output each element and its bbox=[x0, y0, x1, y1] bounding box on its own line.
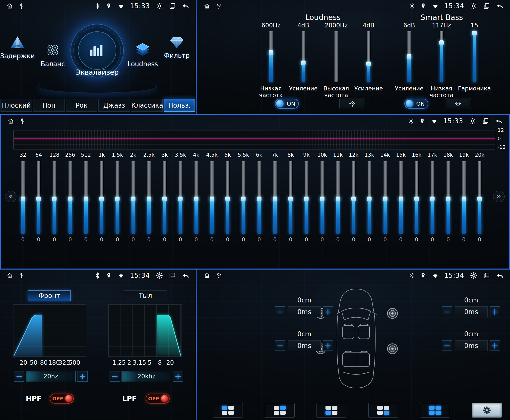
level-slider[interactable] bbox=[334, 31, 338, 82]
scroll-right-button[interactable]: » bbox=[493, 191, 505, 202]
level-slider[interactable] bbox=[368, 161, 371, 234]
tab-front[interactable]: Фронт bbox=[28, 290, 71, 301]
recent-apps-icon[interactable] bbox=[483, 2, 490, 9]
level-slider[interactable] bbox=[100, 161, 103, 234]
slider-thumb[interactable] bbox=[367, 197, 372, 201]
level-slider[interactable] bbox=[273, 161, 277, 234]
slider-thumb[interactable] bbox=[21, 197, 25, 201]
level-slider[interactable] bbox=[336, 161, 340, 234]
slider-thumb[interactable] bbox=[304, 197, 309, 201]
level-slider[interactable] bbox=[194, 161, 198, 234]
delay-minus-front-right-button[interactable]: − bbox=[442, 306, 452, 317]
level-slider[interactable] bbox=[163, 161, 166, 234]
slider-thumb[interactable] bbox=[257, 197, 261, 201]
preset-tab-6[interactable]: Польз. bbox=[164, 99, 195, 112]
level-slider[interactable] bbox=[478, 161, 481, 234]
preset-tab-2[interactable]: Поп bbox=[33, 99, 65, 112]
slider-thumb[interactable] bbox=[301, 61, 306, 65]
home-icon[interactable] bbox=[6, 3, 13, 9]
level-slider[interactable] bbox=[446, 161, 450, 234]
back-icon[interactable] bbox=[182, 272, 189, 279]
brightness-icon[interactable] bbox=[156, 2, 163, 9]
level-slider[interactable] bbox=[116, 161, 119, 234]
menu-item-delays[interactable]: 010 Задержки bbox=[1, 35, 34, 60]
level-slider[interactable] bbox=[21, 161, 25, 234]
hpf-minus-button[interactable]: − bbox=[14, 371, 24, 382]
delay-settings-button[interactable] bbox=[472, 403, 502, 418]
level-slider[interactable] bbox=[226, 161, 229, 234]
slider-thumb[interactable] bbox=[477, 197, 482, 201]
level-slider[interactable] bbox=[131, 161, 135, 234]
slider-thumb[interactable] bbox=[414, 197, 419, 201]
brightness-icon[interactable] bbox=[469, 118, 476, 125]
level-slider[interactable] bbox=[305, 161, 308, 234]
loudness-tune-button[interactable] bbox=[339, 98, 365, 109]
home-icon[interactable] bbox=[204, 3, 210, 9]
level-slider[interactable] bbox=[407, 31, 411, 82]
level-slider[interactable] bbox=[367, 31, 370, 82]
slider-thumb[interactable] bbox=[147, 197, 151, 201]
level-slider[interactable] bbox=[269, 31, 273, 82]
level-slider[interactable] bbox=[302, 31, 305, 82]
back-icon[interactable] bbox=[182, 3, 189, 9]
delay-plus-front-left-button[interactable]: + bbox=[323, 306, 333, 317]
slider-thumb[interactable] bbox=[439, 40, 444, 45]
level-slider[interactable] bbox=[68, 161, 72, 234]
back-icon[interactable] bbox=[496, 3, 504, 9]
level-slider[interactable] bbox=[84, 161, 88, 234]
hpf-plus-button[interactable]: + bbox=[77, 371, 88, 382]
scroll-left-button[interactable]: « bbox=[5, 191, 16, 202]
hpf-cutoff-slider[interactable]: 20hz bbox=[26, 371, 76, 382]
level-slider[interactable] bbox=[473, 31, 476, 82]
slider-thumb[interactable] bbox=[162, 197, 167, 201]
slider-thumb[interactable] bbox=[178, 197, 183, 201]
back-icon[interactable] bbox=[496, 272, 504, 279]
recent-apps-icon[interactable] bbox=[483, 272, 490, 279]
level-slider[interactable] bbox=[415, 161, 418, 234]
slider-thumb[interactable] bbox=[36, 197, 41, 201]
slider-thumb[interactable] bbox=[320, 197, 324, 201]
seat-preset-front-right-button[interactable] bbox=[265, 403, 295, 418]
level-slider[interactable] bbox=[440, 31, 443, 82]
delay-minus-rear-left-button[interactable]: − bbox=[275, 340, 285, 351]
slider-thumb[interactable] bbox=[399, 197, 403, 201]
seat-preset-rear-right-button[interactable] bbox=[368, 403, 398, 418]
level-slider[interactable] bbox=[320, 161, 324, 234]
menu-item-balance[interactable]: Баланс bbox=[37, 42, 69, 68]
slider-thumb[interactable] bbox=[84, 197, 88, 201]
delay-plus-rear-left-button[interactable]: + bbox=[323, 340, 333, 351]
slider-thumb[interactable] bbox=[351, 197, 356, 201]
back-icon[interactable] bbox=[495, 118, 503, 124]
recent-apps-icon[interactable] bbox=[169, 272, 176, 279]
level-slider[interactable] bbox=[383, 161, 387, 234]
slider-thumb[interactable] bbox=[366, 62, 371, 66]
slider-thumb[interactable] bbox=[115, 197, 120, 201]
slider-thumb[interactable] bbox=[269, 50, 273, 55]
slider-thumb[interactable] bbox=[383, 197, 387, 201]
level-slider[interactable] bbox=[431, 161, 434, 234]
level-slider[interactable] bbox=[53, 161, 56, 234]
preset-tab-4[interactable]: Джазз bbox=[98, 99, 130, 112]
level-slider[interactable] bbox=[179, 161, 182, 234]
slider-thumb[interactable] bbox=[430, 197, 435, 201]
seat-preset-all-button[interactable] bbox=[420, 403, 450, 418]
slider-thumb[interactable] bbox=[194, 197, 198, 201]
level-slider[interactable] bbox=[399, 161, 403, 234]
slider-thumb[interactable] bbox=[52, 197, 57, 201]
slider-thumb[interactable] bbox=[131, 197, 135, 201]
slider-thumb[interactable] bbox=[225, 197, 230, 201]
delay-plus-front-right-button[interactable]: + bbox=[490, 306, 500, 317]
level-slider[interactable] bbox=[257, 161, 261, 234]
loudness-on-toggle[interactable]: ON bbox=[275, 99, 299, 109]
level-slider[interactable] bbox=[462, 161, 466, 234]
level-slider[interactable] bbox=[352, 161, 355, 234]
menu-item-loudness[interactable]: Loudness bbox=[127, 42, 159, 68]
hpf-off-toggle[interactable]: OFF bbox=[50, 394, 74, 404]
smartbass-on-toggle[interactable]: ON bbox=[404, 99, 428, 109]
brightness-icon[interactable] bbox=[470, 2, 477, 9]
delay-minus-front-left-button[interactable]: − bbox=[275, 306, 285, 317]
lpf-off-toggle[interactable]: OFF bbox=[146, 394, 170, 404]
level-slider[interactable] bbox=[289, 161, 292, 234]
smartbass-tune-button[interactable] bbox=[445, 98, 471, 109]
delay-minus-rear-right-button[interactable]: − bbox=[442, 340, 452, 351]
